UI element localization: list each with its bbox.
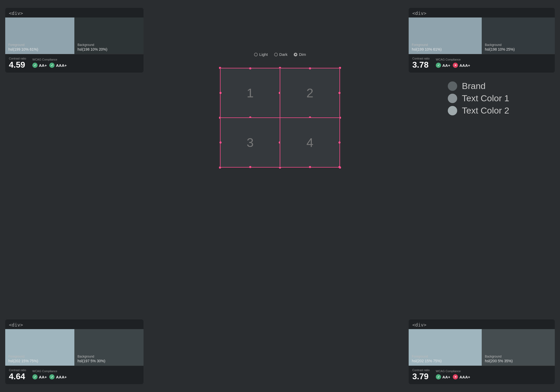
tl-fg-label: Foreground xyxy=(8,43,71,47)
tl-aaa-icon: ✓ xyxy=(49,63,55,68)
radio-light[interactable]: Light xyxy=(254,52,268,57)
br-foreground-swatch: Foreground hsl(202 15% 75%) xyxy=(409,329,482,366)
br-contrast-label: Contrast ratio xyxy=(412,369,430,372)
tr-swatches: Foreground hsl(199 10% 61%) Background h… xyxy=(409,17,555,54)
bl-bg-label: Background xyxy=(78,355,140,358)
tr-bg-label: Background xyxy=(485,43,552,47)
tl-bg-value: hsl(198 10% 20%) xyxy=(78,47,140,51)
brand-dot-s xyxy=(448,81,457,91)
tr-aaa-label: AAA+ xyxy=(459,63,470,68)
radio-dark-circle xyxy=(274,53,278,56)
bl-fg-label: Foreground xyxy=(8,355,71,358)
radio-dark-label: Dark xyxy=(279,52,288,57)
dot-c3-bm xyxy=(249,166,251,168)
dot-c4-bm xyxy=(309,166,311,168)
text1-label-s: Text Color 1 xyxy=(462,93,509,103)
grid-cell-4: 4 xyxy=(280,118,340,167)
dot-c4-mr xyxy=(338,141,341,144)
br-aa-icon: ✓ xyxy=(436,374,441,379)
bl-aa-badge: ✓ AA+ xyxy=(32,374,47,379)
bottom-right-panel: <div> Foreground hsl(202 15% 75%) Backgr… xyxy=(409,319,555,384)
radio-dim[interactable]: Dim xyxy=(294,52,306,57)
bl-swatches: Foreground hsl(202 15% 75%) Background h… xyxy=(5,329,144,366)
bottom-left-panel: <div> Foreground hsl(202 15% 75%) Backgr… xyxy=(5,319,144,384)
tr-wcag: WCAG Compliance ✓ AA+ ✕ AAA+ xyxy=(436,58,470,68)
tr-foreground-swatch: Foreground hsl(199 10% 61%) xyxy=(409,17,482,54)
tl-aaa-label: AAA+ xyxy=(56,63,67,68)
tr-contrast-value: 3.78 xyxy=(412,61,430,69)
br-wcag: WCAG Compliance ✓ AA+ ✕ AAA+ xyxy=(436,370,470,379)
tr-fg-value: hsl(199 10% 61%) xyxy=(412,47,479,51)
br-aaa-icon: ✕ xyxy=(453,374,458,379)
bl-background-swatch: Background hsl(197 5% 30%) xyxy=(74,329,144,366)
br-swatches: Foreground hsl(202 15% 75%) Background h… xyxy=(409,329,555,366)
dot-c4-br xyxy=(338,166,341,168)
radio-light-label: Light xyxy=(259,52,268,57)
tr-aa-label: AA+ xyxy=(442,63,450,68)
text2-label-s: Text Color 2 xyxy=(462,105,509,116)
bl-aaa-label: AAA+ xyxy=(56,375,67,379)
br-stats: Contrast ratio 3.79 WCAG Compliance ✓ AA… xyxy=(409,366,555,384)
tl-fg-value: hsl(199 10% 61%) xyxy=(8,47,71,51)
grid-cells: 1 2 3 4 xyxy=(220,68,340,168)
tr-badges: ✓ AA+ ✕ AAA+ xyxy=(436,63,470,68)
br-fg-value: hsl(202 15% 75%) xyxy=(412,359,479,363)
standalone-legend: Brand Text Color 1 Text Color 2 xyxy=(448,81,552,121)
grid-selection-wrapper: 1 2 3 4 xyxy=(220,68,340,168)
dot-c1-ml xyxy=(219,92,222,94)
br-contrast: Contrast ratio 3.79 xyxy=(412,369,430,381)
tr-stats: Contrast ratio 3.78 WCAG Compliance ✓ AA… xyxy=(409,54,555,73)
tr-aa-badge: ✓ AA+ xyxy=(436,63,450,68)
legend-text1-standalone: Text Color 1 xyxy=(448,93,552,103)
br-fg-label: Foreground xyxy=(412,355,479,358)
tl-contrast-value: 4.59 xyxy=(9,61,26,69)
tr-background-swatch: Background hsl(198 10% 25%) xyxy=(482,17,555,54)
panel-br-title: <div> xyxy=(409,319,555,329)
tl-wcag: WCAG Compliance ✓ AA+ ✓ AAA+ xyxy=(32,58,67,68)
tl-bg-label: Background xyxy=(78,43,140,47)
bl-wcag: WCAG Compliance ✓ AA+ ✓ AAA+ xyxy=(32,370,67,379)
radio-dim-label: Dim xyxy=(299,52,306,57)
top-left-panel: <div> Foreground hsl(199 10% 61%) Backgr… xyxy=(5,8,144,73)
tl-swatches: Foreground hsl(199 10% 61%) Background h… xyxy=(5,17,144,54)
radio-light-circle xyxy=(254,53,258,56)
cell-4-label: 4 xyxy=(306,135,313,150)
bl-aaa-icon: ✓ xyxy=(49,374,55,379)
radio-dark[interactable]: Dark xyxy=(274,52,288,57)
radio-group: Light Dark Dim xyxy=(254,52,306,57)
cell-3-label: 3 xyxy=(247,135,254,150)
bl-aa-label: AA+ xyxy=(39,375,47,379)
legend-brand-standalone: Brand xyxy=(448,81,552,91)
bl-wcag-label: WCAG Compliance xyxy=(32,370,67,373)
cell-2-label: 2 xyxy=(306,86,313,100)
tr-aa-icon: ✓ xyxy=(436,63,441,68)
br-background-swatch: Background hsl(200 5% 35%) xyxy=(482,329,555,366)
panel-tl-title: <div> xyxy=(5,8,144,17)
dot-c2-mr xyxy=(338,92,341,94)
tl-aaa-badge: ✓ AAA+ xyxy=(49,63,67,68)
tr-fg-label: Foreground xyxy=(412,43,479,47)
tl-foreground-swatch: Foreground hsl(199 10% 61%) xyxy=(5,17,74,54)
bl-aa-icon: ✓ xyxy=(32,374,38,379)
br-wcag-label: WCAG Compliance xyxy=(436,370,470,373)
panel-tr-title: <div> xyxy=(409,8,555,17)
top-right-panel: <div> Foreground hsl(199 10% 61%) Backgr… xyxy=(409,8,555,73)
tl-wcag-label: WCAG Compliance xyxy=(32,58,67,61)
tr-bg-value: hsl(198 10% 25%) xyxy=(485,47,552,51)
tr-wcag-label: WCAG Compliance xyxy=(436,58,470,61)
bl-contrast-value: 4.64 xyxy=(9,372,26,381)
grid-cell-1: 1 xyxy=(220,68,280,118)
dot-c1-tm xyxy=(249,67,251,69)
text2-dot-s xyxy=(448,106,457,115)
tl-stats: Contrast ratio 4.59 WCAG Compliance ✓ AA… xyxy=(5,54,144,73)
panel-bl-title: <div> xyxy=(5,319,144,329)
tr-aaa-icon: ✕ xyxy=(453,63,458,68)
dot-c2-tm xyxy=(309,67,311,69)
br-bg-label: Background xyxy=(485,355,552,358)
br-aaa-badge: ✕ AAA+ xyxy=(453,374,470,379)
tl-aa-icon: ✓ xyxy=(32,63,38,68)
bl-contrast: Contrast ratio 4.64 xyxy=(9,369,26,381)
bl-bg-value: hsl(197 5% 30%) xyxy=(78,359,140,363)
bl-foreground-swatch: Foreground hsl(202 15% 75%) xyxy=(5,329,74,366)
br-bg-value: hsl(200 5% 35%) xyxy=(485,359,552,363)
